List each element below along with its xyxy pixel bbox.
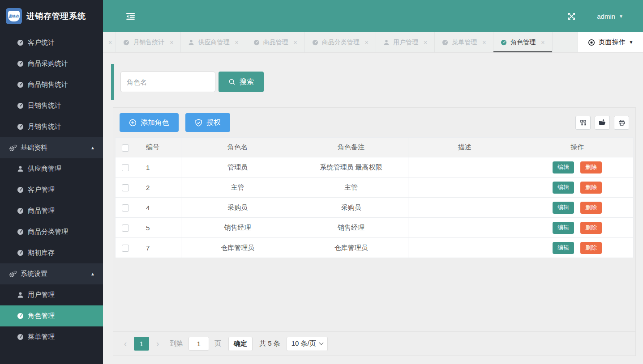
- sidebar-section-system-settings[interactable]: 系统设置 ▲: [0, 263, 103, 284]
- dashboard-icon: [17, 250, 24, 256]
- export-button[interactable]: [595, 116, 610, 130]
- sidebar-item-label: 客户管理: [28, 186, 55, 194]
- delete-button[interactable]: 删除: [580, 242, 602, 254]
- dashboard-icon: [17, 229, 24, 235]
- goto-page-label: 到第: [170, 339, 183, 348]
- tab-role-mgmt[interactable]: 角色管理 ×: [493, 32, 552, 52]
- cell-desc: [408, 157, 521, 178]
- sidebar-item-user-mgmt[interactable]: 用户管理: [0, 284, 103, 305]
- page-size-select[interactable]: 10 条/页: [287, 337, 328, 351]
- username: admin: [597, 13, 615, 20]
- chevron-up-icon: ▲: [90, 145, 95, 150]
- sidebar-item-role-mgmt[interactable]: 角色管理: [0, 305, 103, 326]
- app-logo: 进销存 进销存管理系统: [0, 0, 103, 32]
- tab-user-mgmt[interactable]: 用户管理 ×: [376, 32, 435, 52]
- cell-desc: [408, 178, 521, 198]
- sidebar-item-supplier-mgmt[interactable]: 供应商管理: [0, 158, 103, 179]
- tab-menu-mgmt[interactable]: 菜单管理 ×: [435, 32, 493, 52]
- dashboard-icon: [17, 39, 24, 46]
- sidebar-item-label: 商品销售统计: [28, 80, 68, 89]
- dashboard-icon: [17, 207, 24, 214]
- search-section: 搜索: [111, 64, 636, 100]
- columns-toggle-button[interactable]: [575, 116, 591, 130]
- topbar: admin ▼: [103, 0, 643, 32]
- close-icon[interactable]: ×: [170, 39, 173, 46]
- user-icon: [383, 39, 390, 46]
- card-toolbar: 添加角色 授权: [113, 108, 635, 137]
- user-menu[interactable]: admin ▼: [597, 13, 623, 20]
- user-icon: [17, 292, 24, 298]
- cell-no: 2: [135, 178, 181, 198]
- row-checkbox[interactable]: [122, 245, 129, 252]
- search-button[interactable]: 搜索: [219, 72, 264, 92]
- sidebar-toggle-icon[interactable]: [126, 13, 135, 20]
- confirm-page-button[interactable]: 确定: [228, 337, 253, 351]
- row-checkbox[interactable]: [122, 224, 129, 232]
- add-role-button[interactable]: 添加角色: [120, 113, 179, 132]
- edit-button[interactable]: 编辑: [553, 161, 574, 174]
- tab-truncated[interactable]: ×: [103, 32, 116, 52]
- sidebar-item-label: 供应商管理: [28, 165, 61, 173]
- delete-button[interactable]: 删除: [580, 161, 602, 174]
- tab-category-mgmt[interactable]: 商品分类管理 ×: [305, 32, 376, 52]
- sidebar-item-product-mgmt[interactable]: 商品管理: [0, 200, 103, 221]
- fullscreen-icon[interactable]: [568, 13, 575, 20]
- logo-text: 进销存: [9, 14, 19, 19]
- sidebar-item-daily-sales[interactable]: 日销售统计: [0, 95, 103, 116]
- cell-role-remark: 销售经理: [294, 218, 408, 238]
- row-checkbox[interactable]: [122, 204, 129, 212]
- next-page-icon[interactable]: ›: [152, 339, 163, 349]
- sidebar-item-monthly-sales[interactable]: 月销售统计: [0, 116, 103, 137]
- header-role-name: 角色名: [181, 138, 294, 157]
- sidebar-item-label: 角色管理: [28, 312, 55, 320]
- cell-role-remark: 系统管理员 最高权限: [294, 157, 408, 178]
- edit-button[interactable]: 编辑: [553, 222, 574, 234]
- authorize-button[interactable]: 授权: [185, 113, 230, 132]
- close-icon[interactable]: ×: [294, 39, 297, 46]
- table-row: 2 主管 主管 编辑 删除: [116, 178, 634, 198]
- sidebar-nav: 客户统计 商品采购统计 商品销售统计 日销售统计 月销售统计 基础资料 ▲ 供应…: [0, 32, 103, 347]
- row-checkbox[interactable]: [122, 164, 129, 171]
- page-number-button[interactable]: 1: [134, 337, 149, 351]
- row-checkbox[interactable]: [122, 184, 129, 191]
- close-icon[interactable]: ×: [235, 39, 238, 46]
- sidebar-item-initial-stock[interactable]: 期初库存: [0, 242, 103, 263]
- tab-monthly-sales[interactable]: 月销售统计 ×: [116, 32, 181, 52]
- sidebar-item-category-mgmt[interactable]: 商品分类管理: [0, 221, 103, 242]
- chevron-down-icon: [319, 341, 323, 345]
- cell-no: 4: [135, 198, 181, 218]
- page-actions-button[interactable]: 页面操作 ▼: [578, 32, 643, 52]
- prev-page-icon[interactable]: ‹: [120, 339, 131, 349]
- sidebar-section-basic-data[interactable]: 基础资料 ▲: [0, 137, 103, 158]
- delete-button[interactable]: 删除: [580, 222, 602, 234]
- tab-supplier-mgmt[interactable]: 供应商管理 ×: [181, 32, 246, 52]
- close-icon[interactable]: ×: [541, 39, 544, 46]
- search-input[interactable]: [120, 72, 215, 92]
- sidebar-item-label: 月销售统计: [28, 123, 61, 131]
- sidebar-item-customer-stats[interactable]: 客户统计: [0, 32, 103, 53]
- cell-role-name: 主管: [181, 178, 294, 198]
- sidebar-item-purchase-stats[interactable]: 商品采购统计: [0, 53, 103, 74]
- select-all-checkbox[interactable]: [122, 144, 129, 152]
- delete-button[interactable]: 删除: [580, 182, 602, 194]
- edit-button[interactable]: 编辑: [553, 182, 574, 194]
- cell-no: 5: [135, 218, 181, 238]
- delete-button[interactable]: 删除: [580, 202, 602, 214]
- chevron-up-icon: ▲: [90, 271, 95, 276]
- close-icon[interactable]: ×: [482, 39, 486, 46]
- sidebar-item-menu-mgmt[interactable]: 菜单管理: [0, 326, 103, 347]
- cell-desc: [408, 198, 521, 218]
- sidebar-item-label: 日销售统计: [28, 102, 61, 110]
- tab-product-mgmt[interactable]: 商品管理 ×: [246, 32, 305, 52]
- sidebar-item-customer-mgmt[interactable]: 客户管理: [0, 179, 103, 200]
- edit-button[interactable]: 编辑: [553, 242, 574, 254]
- edit-button[interactable]: 编辑: [553, 202, 574, 214]
- app-title: 进销存管理系统: [26, 11, 86, 21]
- authorize-label: 授权: [206, 118, 221, 127]
- close-icon[interactable]: ×: [108, 39, 112, 46]
- close-icon[interactable]: ×: [424, 39, 427, 46]
- close-icon[interactable]: ×: [365, 39, 369, 46]
- sidebar-item-sales-stats[interactable]: 商品销售统计: [0, 74, 103, 95]
- print-button[interactable]: [614, 116, 629, 130]
- goto-page-input[interactable]: [189, 337, 209, 351]
